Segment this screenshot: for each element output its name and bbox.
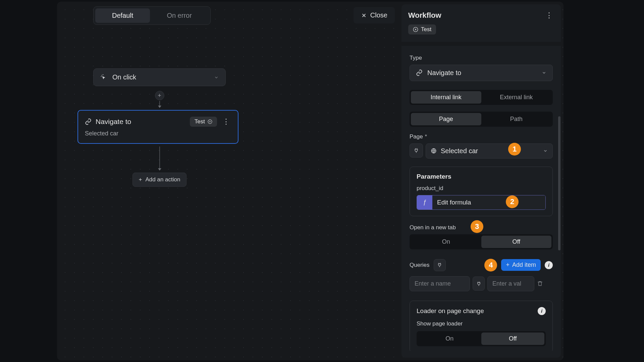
loader-on[interactable]: On <box>418 333 481 345</box>
callout-badge-4: 4 <box>484 259 497 272</box>
link-mode-external[interactable]: External link <box>481 91 552 104</box>
link-mode-internal[interactable]: Internal link <box>411 91 481 104</box>
page-select[interactable]: Selected car <box>426 143 553 159</box>
loader-title: Loader on page change <box>417 307 534 315</box>
callout-badge-1: 1 <box>508 143 521 156</box>
chevron-down-icon <box>543 148 548 153</box>
page-value: Selected car <box>441 147 478 155</box>
action-card-navigate[interactable]: Navigate to Test ⋮ Selected car <box>77 110 238 144</box>
formula-icon: ƒ <box>417 195 432 209</box>
new-tab-on[interactable]: On <box>411 236 481 248</box>
action-title: Navigate to <box>96 118 186 126</box>
tab-on-error[interactable]: On error <box>150 8 208 23</box>
action-menu-button[interactable]: ⋮ <box>221 117 231 126</box>
formula-input[interactable]: ƒ Edit formula 2 <box>417 195 546 210</box>
panel-test-label: Test <box>421 26 431 33</box>
add-item-label: Add item <box>512 261 536 268</box>
callout-badge-3: 3 <box>471 220 483 233</box>
info-icon[interactable]: i <box>538 307 546 315</box>
action-test-button[interactable]: Test <box>190 117 217 127</box>
loader-off[interactable]: Off <box>481 333 545 345</box>
add-action-button[interactable]: + Add an action <box>132 173 187 187</box>
globe-icon <box>431 148 437 154</box>
type-value: Navigate to <box>427 69 461 77</box>
tab-switch: Default On error <box>93 6 211 25</box>
workflow-canvas: Default On error Close On click + <box>57 2 401 360</box>
play-icon <box>413 27 418 32</box>
required-indicator: * <box>425 134 427 140</box>
query-name-input[interactable] <box>410 276 470 291</box>
new-tab-segmented: On Off <box>410 234 553 249</box>
loader-sublabel: Show page loader <box>417 320 546 327</box>
connector-arrowhead <box>158 106 161 108</box>
loader-box: Loader on page change i Show page loader… <box>410 301 553 351</box>
cursor-click-icon <box>100 74 108 81</box>
info-icon[interactable]: i <box>545 261 553 269</box>
page-binding-button[interactable] <box>410 143 423 158</box>
link-icon <box>416 69 423 76</box>
plus-icon: + <box>506 261 509 268</box>
link-icon <box>85 118 92 125</box>
new-tab-off[interactable]: Off <box>481 236 552 248</box>
parameter-name: product_id <box>417 185 546 192</box>
panel-test-button[interactable]: Test <box>408 24 436 35</box>
delete-query-button[interactable] <box>537 281 543 287</box>
queries-binding-button[interactable] <box>434 259 446 271</box>
type-select[interactable]: Navigate to <box>410 65 553 81</box>
callout-badge-2: 2 <box>506 195 519 208</box>
scrollbar[interactable] <box>558 116 560 250</box>
chevron-down-icon <box>542 70 546 75</box>
workflow-panel: Workflow ⋮ Test Type Navigate to <box>401 4 561 358</box>
loader-segmented: On Off <box>417 331 546 346</box>
tab-default[interactable]: Default <box>95 8 150 23</box>
close-label: Close <box>370 11 387 19</box>
connector-arrowhead-2 <box>158 168 161 171</box>
add-node-button[interactable]: + <box>155 91 164 100</box>
play-icon <box>208 119 212 124</box>
panel-menu-button[interactable]: ⋮ <box>544 11 554 20</box>
parameters-box: Parameters product_id ƒ Edit formula 2 <box>410 167 553 216</box>
target-path[interactable]: Path <box>481 113 552 125</box>
query-value-binding-button[interactable] <box>473 277 485 291</box>
plus-icon: + <box>139 176 142 183</box>
close-button[interactable]: Close <box>354 7 395 23</box>
connector-line <box>159 146 160 168</box>
panel-title: Workflow <box>408 11 544 20</box>
trigger-label: On click <box>112 73 136 81</box>
connector-arrow <box>159 101 160 106</box>
queries-label: Queries <box>410 262 430 268</box>
close-icon <box>361 12 367 18</box>
query-value-input[interactable] <box>487 276 534 291</box>
page-field-label: Page <box>410 133 423 140</box>
add-query-item-button[interactable]: + Add item <box>501 259 541 271</box>
action-test-label: Test <box>195 118 205 125</box>
target-page[interactable]: Page <box>411 113 481 125</box>
add-action-label: Add an action <box>145 176 180 183</box>
parameters-title: Parameters <box>417 173 546 180</box>
link-mode-segmented: Internal link External link <box>410 90 553 105</box>
chevron-down-icon <box>214 75 219 80</box>
formula-label: Edit formula <box>432 195 545 209</box>
trigger-select[interactable]: On click <box>93 68 226 86</box>
type-label: Type <box>410 55 553 61</box>
action-subtitle: Selected car <box>85 130 231 137</box>
target-segmented: Page Path <box>410 112 553 127</box>
